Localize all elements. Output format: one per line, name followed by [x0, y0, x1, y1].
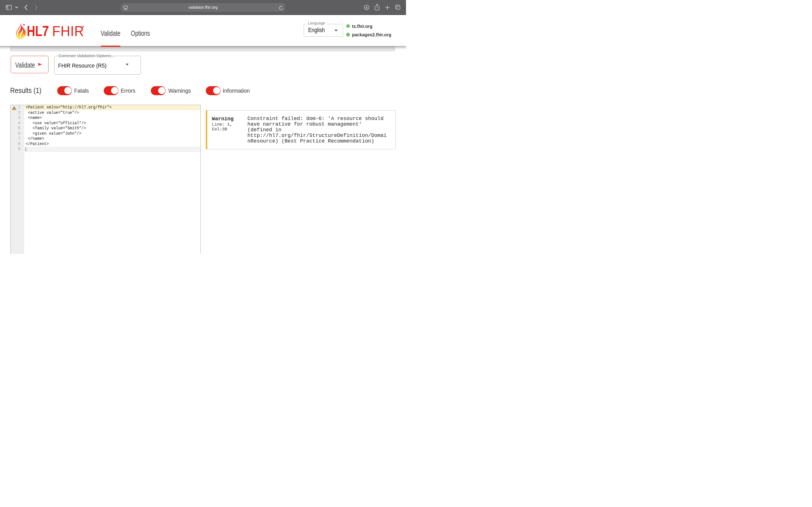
svg-text:R: R — [47, 26, 49, 28]
svg-text:FHIR: FHIR — [52, 23, 84, 39]
svg-text:R: R — [83, 26, 84, 27]
svg-text:HL7: HL7 — [27, 23, 49, 39]
svg-text:R: R — [23, 24, 24, 25]
